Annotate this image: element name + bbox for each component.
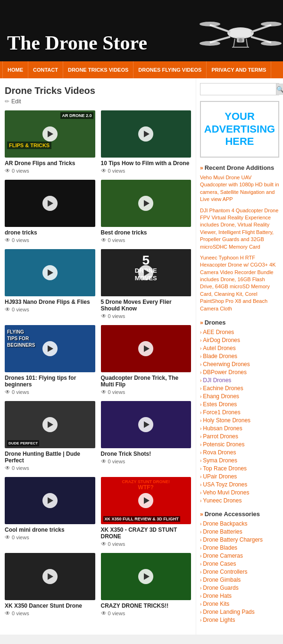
drone-link-d2: › AirDog Drones: [200, 337, 279, 343]
acc-link-anchor-a6[interactable]: Drone Cases: [203, 560, 236, 567]
acc-link-anchor-a1[interactable]: Drone Backpacks: [203, 520, 247, 527]
video-views-v6: 👁 0 views: [101, 313, 191, 319]
acc-link-a12: › Drone Landing Pads: [200, 609, 279, 615]
video-title-v2: 10 Tips How to Film with a Drone: [101, 160, 191, 167]
drone-link-anchor-d1[interactable]: AEE Drones: [203, 329, 234, 335]
video-item-v3: drone tricks 👁 0 views: [5, 180, 95, 243]
video-views-v9: 👁 0 views: [5, 465, 95, 471]
video-overlay-ar-sub: FLIPS & TRICKS: [7, 142, 51, 149]
sidebar: 🔍 YOURADVERTISINGHERE » Recent Drone Add…: [196, 78, 283, 635]
acc-link-anchor-a5[interactable]: Drone Cameras: [203, 552, 243, 559]
drone-link-anchor-d4[interactable]: Blade Drones: [203, 353, 237, 360]
video-views-v1: 👁 0 views: [5, 167, 95, 174]
edit-link[interactable]: Edit: [11, 98, 21, 105]
video-thumb-v3[interactable]: [5, 180, 95, 227]
video-title-v14: CRAZY DRONE TRICKS!!: [101, 602, 191, 609]
play-button-v1[interactable]: [42, 126, 58, 142]
drone-link-anchor-d9[interactable]: Ehang Drones: [203, 393, 239, 400]
drone-link-anchor-d21[interactable]: Veho Muvi Drones: [203, 489, 249, 496]
svg-line-13: [246, 39, 248, 47]
recent-item-r1: Veho Muvi Drone UAV Quadcopter with 1080…: [200, 174, 279, 203]
acc-chevron-a6: ›: [200, 561, 201, 567]
video-thumb-v8[interactable]: [101, 325, 191, 372]
drone-link-d1: › AEE Drones: [200, 329, 279, 335]
drone-chevron-d8: ›: [200, 386, 201, 391]
drone-link-anchor-d6[interactable]: DBPower Drones: [203, 369, 247, 376]
play-button-v7[interactable]: [42, 341, 58, 356]
drone-link-anchor-d18[interactable]: Top Race Drones: [203, 465, 247, 472]
acc-link-anchor-a4[interactable]: Drone Blades: [203, 544, 237, 551]
drone-link-anchor-d19[interactable]: UPair Drones: [203, 473, 237, 480]
drone-link-anchor-d12[interactable]: Holy Stone Drones: [203, 417, 250, 424]
play-button-v8[interactable]: [138, 341, 153, 356]
acc-link-anchor-a9[interactable]: Drone Guards: [203, 585, 238, 591]
video-thumb-v13[interactable]: [5, 553, 95, 600]
nav-item-drones-flying[interactable]: DRONES FLYING VIDEOS: [133, 61, 207, 78]
recent-link-r3[interactable]: Yuneec Typhoon H RTF Hexacopter Drone w/…: [200, 254, 279, 312]
acc-link-anchor-a12[interactable]: Drone Landing Pads: [203, 609, 254, 615]
video-thumb-v4[interactable]: [101, 180, 191, 227]
video-thumb-v1[interactable]: AR DRONE 2.0 FLIPS & TRICKS: [5, 110, 95, 158]
recent-link-r2[interactable]: DJI Phantom 4 Quadcopter Drone FPV Virtu…: [200, 207, 279, 251]
video-thumb-v9[interactable]: DUDE PERFECT: [5, 401, 95, 448]
play-button-v12[interactable]: [138, 493, 153, 508]
drone-link-anchor-d20[interactable]: USA Toyz Drones: [203, 481, 247, 488]
play-button-v2[interactable]: [138, 126, 153, 142]
play-button-v4[interactable]: [138, 196, 153, 211]
acc-link-anchor-a11[interactable]: Drone Kits: [203, 601, 229, 607]
recent-link-r1[interactable]: Veho Muvi Drone UAV Quadcopter with 1080…: [200, 174, 279, 203]
video-thumb-v12[interactable]: CRAZY STUNT DRONE!WTF? XK X350 FULL REVI…: [101, 477, 191, 524]
acc-link-anchor-a13[interactable]: Drone Lights: [203, 617, 235, 623]
nav-item-contact[interactable]: CONTACT: [28, 61, 63, 78]
drone-link-anchor-d15[interactable]: Potensic Drones: [203, 441, 244, 448]
acc-link-a9: › Drone Guards: [200, 585, 279, 591]
search-button[interactable]: 🔍: [276, 84, 283, 95]
play-button-v3[interactable]: [42, 196, 58, 211]
drone-link-anchor-d17[interactable]: Syma Drones: [203, 457, 237, 464]
acc-link-anchor-a8[interactable]: Drone Gimbals: [203, 577, 241, 583]
video-item-v8: Quadcopter Drone Trick, The Multi Flip 👁…: [101, 325, 191, 395]
drone-chevron-d2: ›: [200, 338, 201, 343]
acc-link-anchor-a2[interactable]: Drone Batteries: [203, 528, 242, 535]
video-title-v11: Cool mini drone tricks: [5, 527, 95, 533]
accessories-section-title: » Drone Accessories: [200, 510, 279, 518]
video-thumb-v11[interactable]: [5, 477, 95, 524]
accessories-arrow-icon: »: [200, 511, 203, 518]
play-button-v6[interactable]: [138, 265, 153, 280]
play-button-v5[interactable]: [42, 265, 58, 280]
drone-link-anchor-d14[interactable]: Parrot Drones: [203, 433, 238, 440]
nav-item-drone-tricks[interactable]: DRONE TRICKS VIDEOS: [63, 61, 133, 78]
drone-link-anchor-d16[interactable]: Rova Drones: [203, 449, 236, 456]
acc-link-anchor-a10[interactable]: Drone Hats: [203, 593, 232, 599]
video-thumb-v5[interactable]: [5, 249, 95, 296]
drone-link-anchor-d7[interactable]: DJI Drones: [203, 377, 231, 384]
drone-link-anchor-d5[interactable]: Cheerwing Drones: [203, 361, 250, 368]
video-dude-overlay: DUDE PERFECT: [7, 440, 39, 446]
play-button-v11[interactable]: [42, 493, 58, 508]
video-thumb-v14[interactable]: [101, 553, 191, 600]
play-button-v10[interactable]: [138, 417, 153, 432]
drone-chevron-d5: ›: [200, 362, 201, 367]
drone-link-anchor-d11[interactable]: Force1 Drones: [203, 409, 240, 416]
svg-point-8: [200, 41, 220, 46]
video-thumb-v6[interactable]: 5 DRONEMOVES: [101, 249, 191, 296]
play-button-v9[interactable]: [42, 417, 58, 432]
nav-item-privacy[interactable]: PRIVACY AND TERMS: [207, 61, 271, 78]
search-input[interactable]: [200, 84, 276, 95]
drone-link-anchor-d3[interactable]: Autel Drones: [203, 345, 235, 351]
drone-link-anchor-d2[interactable]: AirDog Drones: [203, 337, 240, 343]
video-thumb-v7[interactable]: FLYINGTIPS FORBEGINNERS: [5, 325, 95, 372]
video-thumb-v2[interactable]: [101, 110, 191, 158]
acc-link-anchor-a3[interactable]: Drone Battery Chargers: [203, 536, 263, 543]
nav-item-home[interactable]: HOME: [2, 61, 28, 78]
video-views-v2: 👁 0 views: [101, 167, 191, 174]
video-thumb-v10[interactable]: [101, 401, 191, 448]
drone-link-anchor-d10[interactable]: Estes Drones: [203, 401, 237, 408]
views-icon-v9: 👁: [5, 465, 10, 471]
drone-link-anchor-d8[interactable]: Eachine Drones: [203, 385, 243, 392]
drone-link-anchor-d13[interactable]: Hubsan Drones: [203, 425, 242, 432]
play-button-v13[interactable]: [42, 569, 58, 584]
acc-link-anchor-a7[interactable]: Drone Controllers: [203, 569, 247, 575]
play-button-v14[interactable]: [138, 569, 153, 584]
drone-link-anchor-d22[interactable]: Yuneec Drones: [203, 497, 241, 504]
